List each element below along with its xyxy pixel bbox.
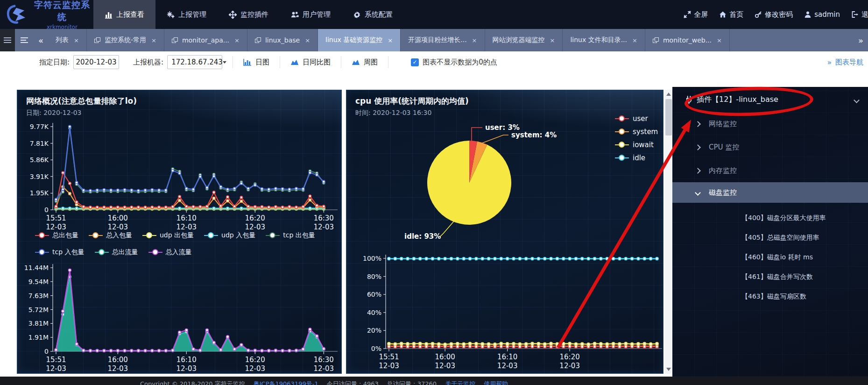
hide-zero-label: 图表不显示数据为0的点 [423, 58, 497, 67]
legend-label: user [633, 114, 648, 123]
legend-item-总入流量[interactable]: 总入流量 [148, 248, 192, 257]
chevron-down-icon[interactable] [854, 97, 860, 103]
tab-linux_base[interactable]: linux_base× [247, 29, 318, 51]
nav-right-全屏[interactable]: 全屏 [684, 10, 708, 19]
chevron-down-icon [223, 61, 226, 64]
date-input[interactable]: 2020-12-03 [73, 55, 119, 69]
tab-monitor_web...[interactable]: monitor_web...× [645, 29, 730, 51]
tab-close-icon[interactable]: × [717, 37, 722, 44]
tab-close-icon[interactable]: × [151, 37, 156, 44]
toolbar-button-日同比图[interactable]: 日同比图 [290, 58, 331, 67]
svg-text:12-03: 12-03 [379, 362, 399, 370]
legend-item-tcp 入包量[interactable]: tcp 入包量 [35, 248, 85, 257]
legend-label: udp 入包量 [221, 231, 255, 240]
legend-marker-icon [615, 142, 629, 148]
tab-linux 文件和目录...[interactable]: linux 文件和目录...× [563, 29, 645, 51]
nav-item-监控插件[interactable]: 监控插件 [218, 0, 280, 29]
tab-label: monitor_apa... [182, 36, 229, 44]
plug-icon [685, 95, 693, 104]
legend-item-udp 入包量[interactable]: udp 入包量 [204, 231, 255, 240]
tabs-scroll-left[interactable]: « [34, 29, 48, 51]
tab-close-icon[interactable]: × [550, 37, 555, 44]
svg-text:12-03: 12-03 [108, 364, 128, 372]
tab-close-icon[interactable]: × [234, 37, 240, 44]
tab-close-icon[interactable]: × [472, 37, 477, 44]
sidebar-subitem[interactable]: 【400】磁盘分区最大使用率 [672, 208, 868, 228]
nav-item-上报查看[interactable]: 上报查看 [93, 0, 155, 29]
vertical-scrollbar[interactable] [665, 90, 672, 374]
sidebar-item-磁盘监控[interactable]: 磁盘监控 [672, 182, 868, 203]
legend-item-iowait[interactable]: iowait [615, 141, 654, 149]
sidebar-item-label: CPU 监控 [709, 143, 739, 152]
nav-item-用户管理[interactable]: 用户管理 [280, 0, 342, 29]
tab-监控系统-常用[interactable]: 监控系统-常用× [87, 29, 164, 51]
tab-close-icon[interactable]: × [388, 37, 393, 44]
sidebar-item-内存监控[interactable]: 内存监控 [672, 159, 868, 182]
tab-close-icon[interactable]: × [305, 37, 310, 44]
legend-item-总出包量[interactable]: 总出包量 [35, 231, 78, 240]
checkbox-checked-icon[interactable]: ✓ [411, 58, 419, 66]
legend-marker-icon [35, 249, 49, 256]
svg-text:9.54M: 9.54M [28, 278, 49, 285]
scrollbar-thumb[interactable] [665, 99, 672, 135]
legend-label: 总入包量 [106, 231, 132, 240]
toolbar-button-周图[interactable]: 周图 [352, 58, 378, 67]
sidebar-item-CPU 监控[interactable]: CPU 监控 [672, 135, 868, 159]
legend-item-总入包量[interactable]: 总入包量 [89, 231, 132, 240]
scroll-down-icon[interactable] [666, 368, 671, 371]
sidebar-subitem[interactable]: 【461】磁盘合并写次数 [672, 267, 868, 287]
legend-item-system[interactable]: system [615, 128, 658, 136]
hamburger-icon[interactable] [0, 29, 15, 51]
nav-item-系统配置[interactable]: 系统配置 [342, 0, 404, 29]
app-logo[interactable]: 字符云监控系统 xrkmonitor [0, 0, 93, 30]
cpu-line-chart: 100%80%60%40%20%0%15:5112-0316:0012-0316… [346, 244, 664, 374]
toolbar-button-日图[interactable]: 日图 [243, 58, 269, 67]
scroll-up-icon[interactable] [666, 93, 671, 96]
svg-text:16:10: 16:10 [497, 353, 517, 361]
svg-text:12-03: 12-03 [497, 362, 518, 370]
footer-segment: 关于云监控 [445, 380, 475, 385]
nav-right-首页[interactable]: 首页 [719, 10, 743, 19]
machine-select[interactable]: 172.18.67.243 [167, 55, 222, 69]
main-content: 网络概况(注意总包量排除了lo) 日期: 2020-12-03 9.77K7.8… [0, 73, 868, 377]
window-icon [653, 37, 659, 43]
toolbar-button-label: 周图 [364, 58, 378, 67]
tab-monitor_apa...[interactable]: monitor_apa...× [164, 29, 247, 51]
nav-right-label: sadmin [814, 10, 840, 19]
nav-right-退出[interactable]: 退出 [851, 10, 868, 19]
tab-linux 基础资源监控[interactable]: linux 基础资源监控× [318, 29, 401, 51]
tab-list-icon[interactable] [15, 29, 34, 51]
sidebar-subitem[interactable]: 【405】总磁盘空间使用率 [672, 228, 868, 248]
legend-label: tcp 出包量 [283, 231, 315, 240]
chevron-right-icon [695, 144, 701, 150]
tab-close-icon[interactable]: × [632, 37, 637, 44]
chart-nav-link[interactable]: » 图表导航 [827, 58, 863, 67]
hide-zero-checkbox[interactable]: ✓ 图表不显示数据为0的点 [411, 58, 497, 67]
tab-close-icon[interactable]: × [74, 37, 79, 44]
legend-item-udp 出包量[interactable]: udp 出包量 [142, 231, 194, 240]
machine-select-value: 172.18.67.243 [171, 58, 223, 66]
tabs-scroll-right[interactable]: » [854, 29, 868, 51]
legend-marker-icon [35, 232, 49, 239]
tab-列表[interactable]: 列表× [48, 29, 87, 51]
nav-item-上报管理[interactable]: 上报管理 [155, 0, 218, 29]
svg-text:0: 0 [44, 206, 49, 214]
nav-right-sadmin[interactable]: sadmin [804, 10, 840, 19]
legend-item-总出流量[interactable]: 总出流量 [95, 248, 138, 257]
tab-网站浏览器端监控[interactable]: 网站浏览器端监控× [485, 29, 563, 51]
legend-item-idle[interactable]: idle [615, 154, 645, 162]
svg-text:16:10: 16:10 [176, 214, 197, 222]
legend-item-tcp 出包量[interactable]: tcp 出包量 [266, 231, 315, 240]
svg-text:5.86K: 5.86K [30, 156, 49, 164]
footer-segment: 今日访问量：4963 [327, 380, 379, 385]
nav-item-label: 上报管理 [178, 10, 206, 19]
nav-right-修改密码[interactable]: 修改密码 [755, 10, 793, 19]
sidebar-item-网络监控[interactable]: 网络监控 [672, 112, 868, 135]
legend-item-user[interactable]: user [615, 114, 648, 123]
sidebar-subitem[interactable]: 【460】磁盘io 耗时 ms [672, 248, 868, 267]
tab-开源项目粉丝增长...[interactable]: 开源项目粉丝增长...× [401, 29, 485, 51]
sidebar-subitem[interactable]: 【463】磁盘写扇区数 [672, 287, 868, 307]
plugin-header[interactable]: 插件【12】-linux_base [672, 87, 868, 112]
logout-icon [851, 11, 859, 18]
window-icon [94, 37, 100, 43]
